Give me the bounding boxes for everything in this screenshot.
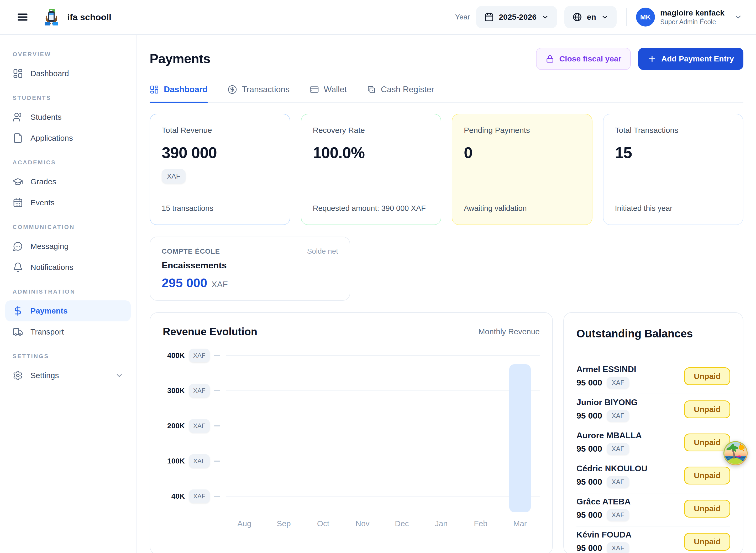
close-fiscal-year-label: Close fiscal year xyxy=(559,54,621,63)
palm-island-floating-button[interactable] xyxy=(723,441,748,466)
users-icon xyxy=(13,112,23,123)
sidebar-section-settings: SETTINGS xyxy=(0,342,136,365)
outstanding-balances-card: Outstanding Balances Armel ESSINDI 95 00… xyxy=(563,312,743,553)
language-value: en xyxy=(587,13,596,21)
currency-badge: XAF xyxy=(607,377,629,389)
plus-icon xyxy=(648,54,657,63)
user-name: magloire kenfack xyxy=(660,8,725,18)
file-icon xyxy=(13,133,23,143)
amount: 95 000 xyxy=(576,477,602,487)
tab-label: Wallet xyxy=(324,85,347,94)
x-tick-label: Nov xyxy=(343,519,382,528)
year-selector[interactable]: 2025-2026 xyxy=(476,6,557,28)
list-item[interactable]: Armel ESSINDI 95 000XAF Unpaid xyxy=(576,361,730,394)
y-tick-label: 200K xyxy=(163,422,185,430)
account-amount: 295 000 xyxy=(162,276,207,290)
tab-label: Dashboard xyxy=(164,85,207,94)
brand: ifa schooll xyxy=(42,8,111,26)
gear-icon xyxy=(13,370,23,381)
amount: 95 000 xyxy=(576,543,602,553)
x-tick-label: Mar xyxy=(500,519,540,528)
chevron-down-icon xyxy=(601,13,609,21)
student-name: Kévin FOUDA xyxy=(576,530,632,540)
divider xyxy=(626,8,626,26)
account-currency: XAF xyxy=(212,280,228,289)
y-tick-label: 100K xyxy=(163,457,185,465)
globe-icon xyxy=(572,12,582,22)
list-item[interactable]: Aurore MBALLA 95 000XAF Unpaid xyxy=(576,427,730,460)
sidebar-item-settings[interactable]: Settings xyxy=(0,365,136,386)
status-badge: Unpaid xyxy=(684,367,730,385)
add-payment-entry-button[interactable]: Add Payment Entry xyxy=(638,48,743,70)
list-item[interactable]: Cédric NKOULOU 95 000XAF Unpaid xyxy=(576,460,730,493)
account-name: Encaissements xyxy=(162,260,338,270)
outstanding-title: Outstanding Balances xyxy=(576,327,730,340)
list-item[interactable]: Kévin FOUDA 95 000XAF Unpaid xyxy=(576,527,730,553)
sidebar-item-label: Settings xyxy=(30,371,59,380)
sidebar-item-payments[interactable]: Payments xyxy=(5,300,131,321)
user-menu[interactable]: MK magloire kenfack Super Admin École xyxy=(636,8,742,26)
y-tick-label: 300K xyxy=(163,387,185,395)
currency-badge: XAF xyxy=(162,169,186,183)
amount: 95 000 xyxy=(576,444,602,454)
stat-title: Total Transactions xyxy=(615,126,732,135)
x-tick-label: Jan xyxy=(422,519,461,528)
truck-icon xyxy=(13,327,23,337)
amount: 95 000 xyxy=(576,378,602,388)
status-badge: Unpaid xyxy=(684,467,730,484)
amount: 95 000 xyxy=(576,411,602,421)
chart-title: Revenue Evolution xyxy=(163,326,257,338)
calendar-days-icon xyxy=(13,198,23,208)
x-axis: Aug Sep Oct Nov Dec Jan Feb Mar xyxy=(225,519,540,528)
status-badge: Unpaid xyxy=(684,533,730,551)
sidebar-item-applications[interactable]: Applications xyxy=(0,128,136,149)
student-name: Junior BIYONG xyxy=(576,397,638,407)
tab-wallet[interactable]: Wallet xyxy=(310,85,347,102)
x-tick-label: Aug xyxy=(225,519,264,528)
language-selector[interactable]: en xyxy=(564,6,616,28)
sidebar-item-label: Grades xyxy=(30,177,56,186)
sidebar-item-dashboard[interactable]: Dashboard xyxy=(0,63,136,84)
dashboard-grid-icon xyxy=(13,68,23,79)
sidebar-item-messaging[interactable]: Messaging xyxy=(0,236,136,257)
main-content: Payments Close fiscal year Add Payment E… xyxy=(137,35,756,553)
sidebar-item-label: Applications xyxy=(30,134,73,143)
list-item[interactable]: Junior BIYONG 95 000XAF Unpaid xyxy=(576,394,730,427)
sidebar-item-transport[interactable]: Transport xyxy=(0,321,136,342)
list-item[interactable]: Grâce ATEBA 95 000XAF Unpaid xyxy=(576,493,730,527)
stat-value: 15 xyxy=(615,144,732,162)
close-fiscal-year-button[interactable]: Close fiscal year xyxy=(536,48,631,70)
stat-value: 390 000 xyxy=(162,144,278,162)
calendar-icon xyxy=(484,12,494,22)
sidebar-item-grades[interactable]: Grades xyxy=(0,171,136,192)
app-window: ifa schooll Year 2025-2026 en MK xyxy=(0,0,756,553)
sidebar-item-notifications[interactable]: Notifications xyxy=(0,257,136,278)
tab-dashboard[interactable]: Dashboard xyxy=(150,85,207,102)
tab-label: Cash Register xyxy=(381,85,434,94)
bar-mar[interactable] xyxy=(509,364,531,512)
tab-label: Transactions xyxy=(242,85,289,94)
chevron-down-icon xyxy=(734,13,742,21)
tab-transactions[interactable]: Transactions xyxy=(228,85,289,102)
sidebar-item-students[interactable]: Students xyxy=(0,106,136,128)
currency-badge: XAF xyxy=(607,542,629,553)
x-tick-label: Dec xyxy=(382,519,422,528)
bell-icon xyxy=(13,262,23,272)
status-badge: Unpaid xyxy=(684,500,730,518)
tab-cash-register[interactable]: Cash Register xyxy=(367,85,434,102)
sidebar-item-events[interactable]: Events xyxy=(0,192,136,213)
amount: 95 000 xyxy=(576,510,602,520)
student-name: Cédric NKOULOU xyxy=(576,464,647,473)
sidebar-item-label: Dashboard xyxy=(30,69,69,78)
chart-plot-area: 400KXAF 300KXAF 200KXAF 100KXAF xyxy=(163,338,540,514)
year-label: Year xyxy=(455,13,470,21)
tick-mark xyxy=(214,390,220,391)
hamburger-menu-icon[interactable] xyxy=(17,11,28,23)
stat-subtitle: Awaiting validation xyxy=(464,203,580,214)
currency-badge: XAF xyxy=(189,349,210,363)
sidebar-section-administration: ADMINISTRATION xyxy=(0,278,136,300)
graduation-cap-icon xyxy=(13,176,23,187)
gridline-row: 300KXAF xyxy=(163,373,540,408)
student-name: Grâce ATEBA xyxy=(576,496,631,506)
dashboard-grid-icon xyxy=(150,85,159,94)
